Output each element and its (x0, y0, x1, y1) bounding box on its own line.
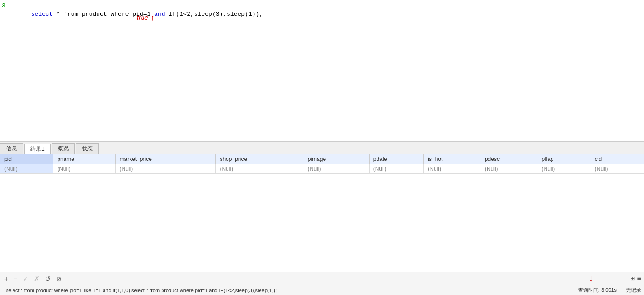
code-content: select * from product where pid=1 and IF… (9, 2, 644, 27)
cell-shop-price: (Null) (216, 164, 304, 174)
keyword-where: where (111, 11, 129, 18)
cell-pflag: (Null) (538, 164, 591, 174)
col-header-shop-price: shop_price (216, 154, 304, 164)
keyword-and: and (154, 11, 165, 18)
result-table: pid pname market_price shop_price pimage… (0, 154, 644, 174)
remove-button[interactable]: − (12, 274, 19, 283)
cell-pid: (Null) (0, 164, 53, 174)
cancel-button[interactable]: ✗ (33, 274, 41, 283)
line-number: 3 (0, 2, 9, 10)
status-time: 查询时间: 3.001s (578, 287, 617, 294)
cell-pdate: (Null) (369, 164, 424, 174)
col-header-pname: pname (53, 154, 116, 164)
tab-info[interactable]: 信息 (0, 143, 23, 154)
confirm-button[interactable]: ✓ (21, 274, 30, 283)
cell-market-price: (Null) (116, 164, 216, 174)
code-line-3: 3 select * from product where pid=1 and … (0, 2, 644, 27)
col-header-is-hot: is_hot (424, 154, 481, 164)
col-header-pid: pid (0, 154, 53, 164)
cell-pdesc: (Null) (481, 164, 538, 174)
toolbar-bottom: + − ✓ ✗ ↺ ⊘ ↓ ⊞ ≡ (0, 272, 644, 285)
col-header-market-price: market_price (116, 154, 216, 164)
cell-cid: (Null) (591, 164, 644, 174)
tab-overview[interactable]: 概况 (52, 143, 75, 154)
col-header-pimage: pimage (304, 154, 369, 164)
add-button[interactable]: + (3, 274, 9, 283)
cell-pimage: (Null) (304, 164, 369, 174)
refresh-button[interactable]: ↺ (44, 274, 52, 283)
status-records: 无记录 (626, 287, 641, 294)
list-icon[interactable]: ≡ (637, 275, 641, 282)
cell-is-hot: (Null) (424, 164, 481, 174)
tab-result1[interactable]: 结果1 (24, 144, 51, 154)
bottom-panel: 信息 结果1 概况 状态 pid pname market_price shop… (0, 142, 644, 295)
status-bar: - select * from product where pid=1 like… (0, 285, 644, 295)
keyword-from: from (64, 11, 78, 18)
tab-status[interactable]: 状态 (76, 143, 99, 154)
annotation-arrow: ↑ (150, 14, 155, 22)
table-row: (Null) (Null) (Null) (Null) (Null) (Null… (0, 164, 644, 174)
annotation-text: true (137, 14, 148, 21)
tab-bar: 信息 结果1 概况 状态 (0, 142, 644, 154)
col-header-pdate: pdate (369, 154, 424, 164)
code-editor[interactable]: 3 select * from product where pid=1 and … (0, 0, 644, 142)
stop-button[interactable]: ⊘ (55, 274, 63, 283)
grid-icon[interactable]: ⊞ (631, 275, 634, 282)
col-header-cid: cid (591, 154, 644, 164)
col-header-pflag: pflag (538, 154, 591, 164)
status-sql: - select * from product where pid=1 like… (3, 288, 569, 293)
keyword-select: select (31, 11, 53, 18)
annotation-area: true ↑ (137, 14, 155, 22)
table-header-row: pid pname market_price shop_price pimage… (0, 154, 644, 164)
down-arrow-icon: ↓ (588, 274, 593, 283)
col-header-pdesc: pdesc (481, 154, 538, 164)
result-area[interactable]: pid pname market_price shop_price pimage… (0, 154, 644, 272)
cell-pname: (Null) (53, 164, 116, 174)
